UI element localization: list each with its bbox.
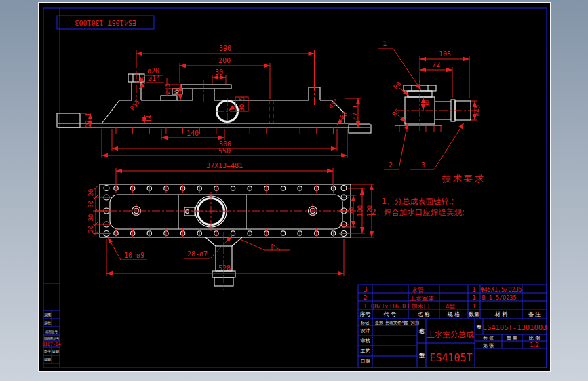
label-holes-28-d7: 28-ø7	[187, 250, 208, 258]
svg-text:1: 1	[472, 294, 476, 301]
svg-text:1: 1	[472, 286, 476, 293]
approval-process: 工艺	[361, 348, 370, 354]
svg-text:上水室体: 上水室体	[410, 295, 434, 302]
weight-label: 重 量	[507, 336, 517, 341]
balloon-2: 2	[389, 161, 393, 169]
strip-row-4-l: 0107-04	[42, 342, 60, 347]
tech-req-title: 技术要求	[442, 174, 486, 184]
revision-col-count: 处数	[374, 320, 383, 325]
balloon-3: 3	[421, 161, 425, 169]
bom-row: 1	[364, 303, 368, 310]
bom-row: 2	[364, 294, 368, 301]
revision-col-mark: 标记	[360, 320, 369, 325]
dim-plan-528: 528	[218, 264, 231, 272]
svg-text:加水口: 加水口	[412, 303, 430, 310]
strip-row-0-l: 描图	[44, 313, 51, 317]
product-model: ES4105T	[429, 352, 472, 364]
strip-row-5-l: 签字	[44, 349, 51, 354]
dim-plan-70: 70	[348, 207, 355, 215]
bom-header-spec: 规 格	[448, 311, 460, 317]
dim-end-72: 72	[432, 61, 440, 68]
bom-header-code: 代 号	[383, 311, 397, 317]
dim-end-dia45: ø45	[474, 105, 481, 116]
dim-plan-30a: 30	[87, 201, 94, 208]
bom-header-name: 名 称	[418, 311, 431, 317]
bom-header-note: 备 注	[528, 311, 541, 317]
dim-front-25: 25	[173, 89, 180, 96]
bom-header-qty: 数量	[469, 311, 479, 317]
dim-plan-pitch: 37X13=481	[206, 162, 243, 169]
scale-label: 比 例	[529, 336, 540, 341]
strip-row-3-l: 旧底图总号	[44, 336, 60, 340]
strip-row-1-l: 描校	[44, 321, 51, 325]
dim-front-dia14: ø14	[148, 75, 160, 82]
sheets-total-label: 共 张	[483, 336, 494, 341]
dim-front-390: 390	[219, 45, 231, 52]
dim-front-27-1: 27.1	[85, 113, 92, 127]
cad-workspace: ES4105T-1301003 390	[0, 0, 588, 381]
dim-front-30-5: 30.5	[239, 97, 246, 112]
revision-col-date: 日期	[411, 320, 419, 325]
dim-front-14: 14	[146, 115, 153, 123]
dim-front-550: 550	[218, 147, 231, 155]
balloon-1: 1	[383, 40, 387, 47]
dim-front-200: 200	[218, 57, 231, 64]
product-name: 上水室分总成	[427, 329, 475, 339]
strip-row-5-r: 日期	[52, 349, 59, 354]
dim-plan-30b: 30	[87, 214, 94, 222]
svg-text:水管: 水管	[412, 287, 424, 294]
bom-header-material: 材 料	[494, 311, 508, 317]
dim-plan-20b: 20	[87, 226, 94, 233]
tech-req-item-1: 1、分总成表面镀锌.;	[382, 197, 454, 206]
svg-text:4型: 4型	[446, 303, 456, 310]
approval-date: 日期	[361, 359, 370, 364]
bom-row: 3	[364, 286, 368, 293]
svg-text:Φ45X1.5/Q235: Φ45X1.5/Q235	[480, 286, 522, 293]
dim-plan-100: 100	[357, 205, 364, 216]
dim-front-30: 30	[215, 68, 223, 76]
approval-check: 审核	[361, 338, 370, 344]
sheet-no-label: 第 张	[483, 343, 494, 348]
revision-col-doc: 更改文件号	[385, 320, 406, 325]
dim-end-30: 30	[424, 100, 431, 108]
dim-front-dia20: ø20	[147, 67, 159, 75]
svg-text:QB/TxJ16.03: QB/TxJ16.03	[371, 303, 409, 310]
corner-stamp-drawing-no: ES4105T-1301003	[75, 19, 136, 26]
approval-design: 设计	[361, 328, 370, 334]
tech-req-item-2: 2、焊合加水口应焊缝美观;	[371, 207, 465, 217]
svg-text:B-1.5/Q235: B-1.5/Q235	[482, 294, 516, 301]
scale-value: 1:2	[530, 342, 539, 348]
label-holes-10-d9: 10-ø9	[124, 252, 144, 259]
cad-drawing-canvas[interactable]: ES4105T-1301003 390	[0, 0, 588, 381]
strip-row-6-l: 日期	[44, 357, 51, 362]
dim-plan-20a: 20	[87, 189, 94, 197]
drawing-number: ES4105T-1301003	[483, 323, 547, 332]
dim-end-105: 105	[439, 50, 451, 58]
bom-header-no: 序号	[360, 311, 371, 317]
dim-front-140: 140	[187, 129, 199, 137]
svg-text:1: 1	[472, 303, 476, 310]
dim-front-2-5: 2.5	[164, 83, 171, 94]
dim-front-67-1: 67.1	[352, 105, 359, 120]
strip-row-2-l: 底图总号	[45, 330, 58, 334]
